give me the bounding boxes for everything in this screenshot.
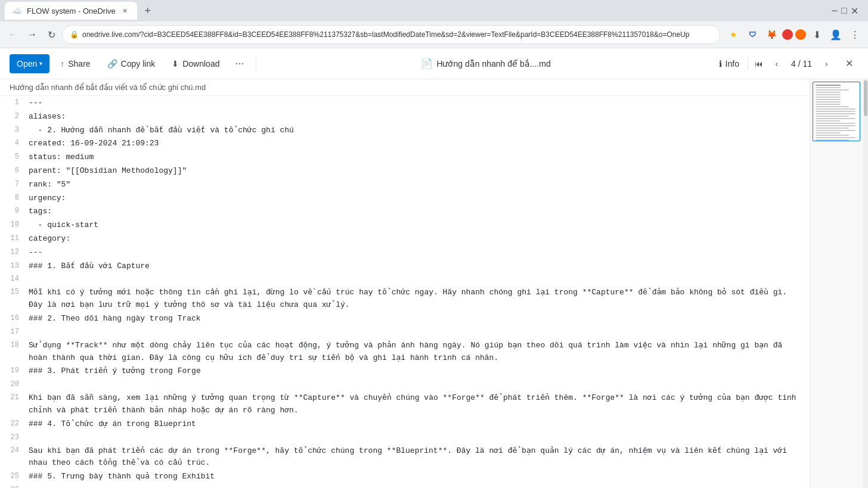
new-tab-button[interactable]: + [140,2,156,19]
extension-downloads[interactable]: ⬇ [808,26,825,43]
line-content: created: 16-09-2024 21:09:23 [29,136,810,150]
app-toolbar: Open ▾ ↑ Share 🔗 Copy link ⬇ Download ··… [0,48,868,79]
code-line: 23 [0,431,810,444]
browser-menu[interactable]: ⋮ [847,26,863,43]
preview-thumb-1[interactable] [813,82,860,141]
prev-page-button[interactable]: ⏮ [751,55,767,72]
scrollbar[interactable] [863,79,868,488]
back-button[interactable]: ← [5,26,21,43]
extension-profile[interactable]: 👤 [827,26,844,43]
line-content [29,431,810,444]
page-current: 4 [791,59,796,69]
line-content: aliases: [29,110,810,123]
window-maximize[interactable]: □ [841,5,847,16]
address-bar-row: ← → ↻ 🔒 onedrive.live.com/?cid=B3CEED54E… [0,21,868,48]
open-chevron-icon: ▾ [39,60,42,67]
toolbar-separator-1 [256,58,256,70]
code-line: 9tags: [0,204,810,218]
toolbar-right: ℹ Info ⏮ ‹ 4 / 11 › ✕ [713,54,858,73]
line-number: 1 [0,96,29,108]
copy-link-label: Copy link [121,59,156,69]
download-icon: ⬇ [172,59,179,69]
file-name-center: 📄 Hướng dẫn nhanh để bắ....md [264,58,708,69]
document-area: Hướng dẫn nhanh để bắt đầu viết và tổ ch… [0,79,868,488]
line-content: Sau khi bạn đã phát triển các dự án tron… [29,444,810,470]
info-icon: ℹ [719,59,722,69]
share-button[interactable]: ↑ Share [54,54,96,73]
line-content: --- [29,245,810,259]
line-number: 17 [0,325,29,338]
more-options-button[interactable]: ··· [230,54,249,73]
download-button[interactable]: ⬇ Download [166,54,225,73]
code-content-area[interactable]: 1---2aliases:3 - 2. Hướng dẫn nhanh để b… [0,96,810,488]
browser-chrome: ☁️ FLOW system - OneDrive ✕ + − □ ✕ ← → … [0,0,868,48]
page-indicator: 4 / 11 [786,59,817,69]
open-button[interactable]: Open ▾ [10,54,49,73]
address-text: onedrive.live.com/?cid=B3CEED54EE388FF8&… [82,30,712,39]
extension-metamask[interactable]: 🦊 [763,26,780,43]
extension-bitwarden[interactable]: 🛡 [744,26,761,43]
copy-link-button[interactable]: 🔗 Copy link [101,54,162,73]
line-content: parent: "[[Obsidian Methodology]]" [29,164,810,178]
window-minimize[interactable]: − [832,5,838,17]
code-view: 1---2aliases:3 - 2. Hướng dẫn nhanh để b… [0,96,810,488]
line-number: 8 [0,191,29,204]
code-line: 2aliases: [0,110,810,123]
line-number: 9 [0,204,29,217]
window-close[interactable]: ✕ [851,5,858,17]
code-line: 18Sử dụng **Track** như một dòng chảy li… [0,338,810,365]
file-type-icon: 📄 [421,58,433,69]
line-content: ### 4. Tổ chức dự án trong Blueprint [29,417,810,431]
code-line: 19### 3. Phát triển ý tưởng trong Forge [0,364,810,378]
active-tab[interactable]: ☁️ FLOW system - OneDrive ✕ [5,2,137,20]
code-line: 3 - 2. Hướng dẫn nhanh để bắt đầu viết v… [0,123,810,137]
refresh-button[interactable]: ↻ [43,26,60,43]
address-lock-icon: 🔒 [70,30,79,39]
line-number: 16 [0,312,29,324]
line-content: tags: [29,204,810,218]
line-content: - quick-start [29,218,810,232]
open-label: Open [17,59,37,69]
code-line: 26 [0,483,810,488]
code-line: 16### 2. Theo dõi hàng ngày trong Track [0,312,810,325]
address-bar[interactable]: 🔒 onedrive.live.com/?cid=B3CEED54EE388FF… [62,25,720,44]
forward-button[interactable]: → [24,26,41,43]
browser-toolbar-icons: ★ 🛡 🦊 ⬇ 👤 ⋮ [725,26,863,43]
code-line: 13### 1. Bắt đầu với Capture [0,259,810,273]
info-label: Info [726,59,739,69]
code-line: 15Mỗi khi có ý tưởng mới hoặc thông tin … [0,285,810,312]
line-number: 20 [0,378,29,390]
code-line: 11category: [0,232,810,245]
code-line: 12--- [0,245,810,259]
page-total: 11 [802,59,812,69]
line-content: ### 5. Trưng bày thành quả trong Exhibit [29,470,810,483]
link-icon: 🔗 [107,59,117,69]
share-icon: ↑ [60,59,64,69]
line-content: - 2. Hướng dẫn nhanh để bắt đầu viết và … [29,123,810,137]
share-label: Share [68,59,90,69]
sidebar-preview [810,79,863,488]
info-button[interactable]: ℹ Info [713,54,745,73]
code-line: 6parent: "[[Obsidian Methodology]]" [0,164,810,178]
tab-bar: ☁️ FLOW system - OneDrive ✕ + − □ ✕ [0,0,868,21]
code-line: 14 [0,272,810,285]
line-number: 15 [0,285,29,298]
line-content: Khi bạn đã sẵn sàng, xem lại những ý tưở… [29,391,810,417]
code-line: 4created: 16-09-2024 21:09:23 [0,136,810,150]
scrollbar-thumb[interactable] [864,80,867,116]
close-button[interactable]: ✕ [839,54,858,73]
line-number: 2 [0,110,29,122]
code-line: 10 - quick-start [0,218,810,232]
line-number: 3 [0,123,29,136]
prev-arrow-button[interactable]: ‹ [768,55,785,72]
code-line: 17 [0,325,810,338]
extension-red[interactable] [782,29,793,40]
line-content [29,325,810,338]
next-arrow-button[interactable]: › [818,55,835,72]
line-content: urgency: [29,191,810,205]
bookmark-icon[interactable]: ★ [725,26,742,43]
extension-orange[interactable] [795,29,806,40]
tab-close-button[interactable]: ✕ [120,6,130,15]
line-content: status: medium [29,150,810,164]
tab-title: FLOW system - OneDrive [27,7,116,15]
